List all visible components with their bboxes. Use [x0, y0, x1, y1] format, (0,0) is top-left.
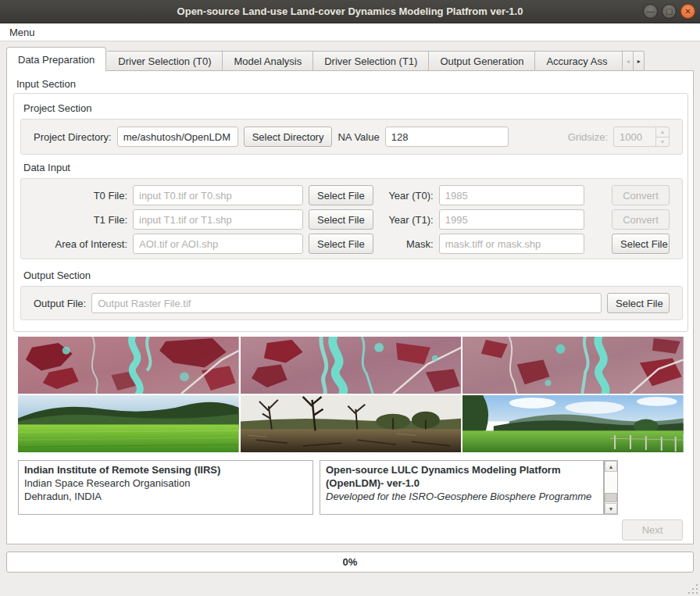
t1-convert-button[interactable]: Convert [612, 209, 670, 230]
menu-item-menu[interactable]: Menu [9, 27, 35, 38]
select-directory-button[interactable]: Select Directory [244, 127, 333, 147]
gridsize-stepper: 1000 ▲ ▼ [613, 127, 670, 147]
openldm-subtitle: Developed for the ISRO-Geosphere Biosphe… [326, 490, 598, 503]
window-controls: — ▢ ✕ [643, 4, 695, 19]
output-file-label: Output File: [34, 298, 86, 309]
project-section-title: Project Section [23, 102, 91, 114]
project-directory-label: Project Directory: [34, 131, 112, 143]
tab-scroll-buttons: ◂ ▸ [623, 51, 645, 71]
data-preparation-panel: Input Section Project Section Project Di… [6, 70, 694, 544]
close-button[interactable]: ✕ [680, 4, 695, 19]
deforested-land-dead-trees-photo-image [241, 395, 462, 452]
rice-field-with-forest-hills-photo-image [18, 395, 239, 452]
t0-convert-button[interactable]: Convert [612, 185, 670, 205]
tab-output-generation[interactable]: Output Generation [429, 51, 535, 71]
gridsize-value: 1000 [614, 131, 655, 143]
openldm-title: Open-source LULC Dynamics Modeling Platf… [326, 463, 598, 490]
mask-file-input[interactable] [439, 234, 584, 254]
maximize-icon: ▢ [666, 7, 673, 15]
year-t1-label: Year (T1): [379, 214, 434, 226]
spin-up-icon[interactable]: ▲ [656, 127, 669, 137]
year-t0-input[interactable] [439, 185, 584, 205]
progress-bar: 0% [6, 551, 694, 573]
year-t1-input[interactable] [439, 209, 584, 230]
output-section-box: Output File: Select File [20, 286, 683, 320]
tab-scroll-left-icon[interactable]: ◂ [623, 51, 634, 71]
tab-driver-selection-t0[interactable]: Driver Selection (T0) [107, 51, 223, 71]
data-input-box: T0 File: Select File Year (T0): Convert … [20, 178, 683, 259]
iirs-info-box: Indian Institute of Remote Sensing (IIRS… [18, 460, 313, 515]
output-file-input[interactable] [91, 293, 602, 313]
title-bar: Open-source Land-use Land-cover Dynamics… [0, 0, 700, 23]
progress-value: 0% [343, 556, 358, 568]
t1-file-row: T1 File: Select File Year (T1): Convert [34, 209, 670, 230]
data-input-title: Data Input [23, 162, 70, 173]
iirs-location: Dehradun, INDIA [24, 490, 307, 503]
area-of-interest-label: Area of Interest: [34, 238, 127, 250]
false-color-satellite-scene-2-image [241, 337, 462, 394]
pasture-with-fence-and-mountains-photo-image [462, 395, 684, 452]
t0-select-file-button[interactable]: Select File [309, 185, 373, 205]
t0-file-input[interactable] [133, 185, 303, 205]
tab-accuracy-assessment[interactable]: Accuracy Ass [535, 51, 623, 71]
resize-grip-icon[interactable] [686, 582, 698, 594]
aoi-file-input[interactable] [133, 234, 303, 254]
input-section-title: Input Section [16, 78, 76, 90]
mask-label: Mask: [379, 238, 434, 250]
scrollbar-trough[interactable] [605, 472, 617, 503]
t1-file-input[interactable] [133, 209, 303, 230]
info-scrollbar[interactable]: ▲ ▼ [604, 460, 618, 515]
minimize-button[interactable]: — [643, 4, 658, 19]
spin-down-icon[interactable]: ▼ [656, 137, 669, 147]
tab-data-preparation[interactable]: Data Preparation [6, 47, 106, 71]
t0-file-label: T0 File: [34, 190, 127, 202]
project-directory-input[interactable] [117, 127, 238, 147]
iirs-org: Indian Space Research Organisation [24, 476, 307, 490]
scroll-up-icon[interactable]: ▲ [605, 461, 617, 472]
maximize-button[interactable]: ▢ [662, 4, 677, 19]
tab-strip: Data Preparation Driver Selection (T0) M… [6, 47, 694, 71]
menu-bar: Menu [0, 23, 700, 41]
tab-driver-selection-t1[interactable]: Driver Selection (T1) [313, 51, 429, 71]
mask-select-file-button[interactable]: Select File [612, 234, 670, 254]
tab-scroll-right-icon[interactable]: ▸ [634, 51, 645, 71]
image-gallery [18, 337, 684, 452]
tab-model-analysis[interactable]: Model Analysis [223, 51, 313, 71]
year-t0-label: Year (T0): [379, 190, 434, 202]
na-value-label: NA Value [338, 131, 379, 143]
aoi-select-file-button[interactable]: Select File [309, 234, 373, 254]
output-select-file-button[interactable]: Select File [607, 293, 670, 313]
gridsize-label: Gridsize: [568, 131, 608, 143]
close-icon: ✕ [684, 7, 691, 15]
window-title: Open-source Land-use Land-cover Dynamics… [177, 5, 523, 17]
na-value-input[interactable] [385, 127, 509, 147]
next-button[interactable]: Next [622, 519, 683, 541]
false-color-satellite-scene-1-image [18, 337, 239, 394]
t1-file-label: T1 File: [34, 214, 127, 226]
scroll-down-icon[interactable]: ▼ [605, 503, 617, 514]
aoi-row: Area of Interest: Select File Mask: Sele… [34, 234, 670, 254]
output-section-title: Output Section [23, 269, 91, 281]
iirs-title: Indian Institute of Remote Sensing (IIRS… [24, 463, 307, 476]
minimize-icon: — [647, 7, 655, 15]
project-section-box: Project Directory: Select Directory NA V… [20, 119, 683, 155]
scrollbar-thumb[interactable] [605, 493, 617, 502]
t0-file-row: T0 File: Select File Year (T0): Convert [34, 185, 670, 205]
openldm-info-box: Open-source LULC Dynamics Modeling Platf… [320, 460, 604, 515]
input-section-frame: Project Section Project Directory: Selec… [13, 93, 688, 332]
false-color-satellite-scene-3-image [462, 337, 684, 394]
t1-select-file-button[interactable]: Select File [309, 209, 373, 230]
